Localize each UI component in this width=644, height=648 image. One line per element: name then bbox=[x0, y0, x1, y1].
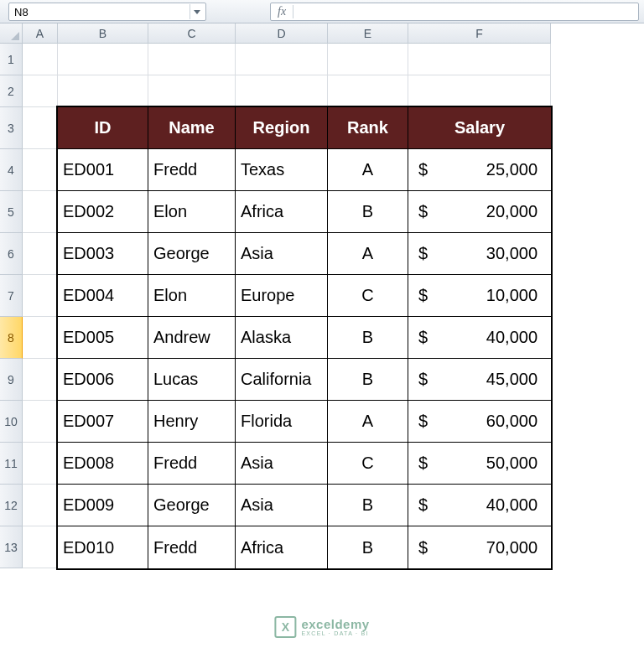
column-header[interactable]: D bbox=[236, 23, 328, 44]
cell[interactable] bbox=[23, 44, 58, 75]
cell-region[interactable]: Europe bbox=[236, 275, 328, 317]
column-header[interactable]: E bbox=[328, 23, 408, 44]
cell-id[interactable]: ED003 bbox=[58, 233, 148, 275]
cell-region[interactable]: Florida bbox=[236, 401, 328, 443]
cell-salary[interactable]: $25,000 bbox=[408, 149, 551, 191]
cell[interactable] bbox=[23, 526, 58, 568]
cell[interactable] bbox=[408, 44, 551, 75]
cell-rank[interactable]: B bbox=[328, 485, 408, 526]
cell-id[interactable]: ED008 bbox=[58, 443, 148, 485]
cell-rank[interactable]: C bbox=[328, 443, 408, 485]
cell-id[interactable]: ED009 bbox=[58, 485, 148, 526]
row-header[interactable]: 4 bbox=[0, 149, 23, 191]
name-box-dropdown[interactable] bbox=[190, 4, 202, 19]
cell-rank[interactable]: B bbox=[328, 526, 408, 568]
column-header[interactable]: A bbox=[23, 23, 58, 44]
select-all-corner[interactable] bbox=[0, 23, 23, 44]
cell[interactable] bbox=[23, 485, 58, 526]
column-header[interactable]: B bbox=[58, 23, 148, 44]
row-header[interactable]: 5 bbox=[0, 191, 23, 233]
cell-name[interactable]: George bbox=[148, 485, 236, 526]
row-header[interactable]: 10 bbox=[0, 401, 23, 443]
cell[interactable] bbox=[148, 44, 236, 75]
cell-rank[interactable]: A bbox=[328, 233, 408, 275]
row-header[interactable]: 6 bbox=[0, 233, 23, 275]
cell-id[interactable]: ED007 bbox=[58, 401, 148, 443]
cell[interactable] bbox=[23, 317, 58, 359]
cell-id[interactable]: ED006 bbox=[58, 359, 148, 401]
column-header[interactable]: C bbox=[148, 23, 236, 44]
row-header[interactable]: 8 bbox=[0, 317, 23, 359]
row-header[interactable]: 1 bbox=[0, 44, 23, 75]
cell-region[interactable]: Africa bbox=[236, 526, 328, 568]
cell[interactable] bbox=[23, 233, 58, 275]
cell-rank[interactable]: C bbox=[328, 275, 408, 317]
row-header[interactable]: 13 bbox=[0, 526, 23, 568]
cell[interactable] bbox=[58, 44, 148, 75]
cell[interactable] bbox=[236, 75, 328, 107]
cell[interactable] bbox=[23, 359, 58, 401]
cell-rank[interactable]: B bbox=[328, 191, 408, 233]
cell-region[interactable]: Texas bbox=[236, 149, 328, 191]
cell-salary[interactable]: $45,000 bbox=[408, 359, 551, 401]
cell[interactable] bbox=[23, 191, 58, 233]
cell-rank[interactable]: B bbox=[328, 359, 408, 401]
cell-salary[interactable]: $30,000 bbox=[408, 233, 551, 275]
cell-salary[interactable]: $20,000 bbox=[408, 191, 551, 233]
cell-name[interactable]: Andrew bbox=[148, 317, 236, 359]
cell-rank[interactable]: A bbox=[328, 149, 408, 191]
row-header[interactable]: 9 bbox=[0, 359, 23, 401]
cell-name[interactable]: George bbox=[148, 233, 236, 275]
cell-region[interactable]: Asia bbox=[236, 485, 328, 526]
cell-region[interactable]: Africa bbox=[236, 191, 328, 233]
cell-salary[interactable]: $50,000 bbox=[408, 443, 551, 485]
name-box-input[interactable] bbox=[14, 6, 190, 18]
cell[interactable] bbox=[328, 44, 408, 75]
table-header-cell[interactable]: Region bbox=[236, 107, 328, 149]
cell-id[interactable]: ED004 bbox=[58, 275, 148, 317]
cell[interactable] bbox=[23, 275, 58, 317]
name-box[interactable] bbox=[8, 3, 206, 21]
cell-name[interactable]: Elon bbox=[148, 275, 236, 317]
cell-name[interactable]: Fredd bbox=[148, 526, 236, 568]
cell[interactable] bbox=[23, 149, 58, 191]
cell-salary[interactable]: $10,000 bbox=[408, 275, 551, 317]
cell-id[interactable]: ED001 bbox=[58, 149, 148, 191]
cell-salary[interactable]: $40,000 bbox=[408, 485, 551, 526]
cell-rank[interactable]: B bbox=[328, 317, 408, 359]
cell-salary[interactable]: $70,000 bbox=[408, 526, 551, 568]
row-header[interactable]: 7 bbox=[0, 275, 23, 317]
cell-id[interactable]: ED002 bbox=[58, 191, 148, 233]
table-header-cell[interactable]: Salary bbox=[408, 107, 551, 149]
cell[interactable] bbox=[23, 107, 58, 149]
cell-region[interactable]: California bbox=[236, 359, 328, 401]
cell[interactable] bbox=[236, 44, 328, 75]
row-header[interactable]: 12 bbox=[0, 485, 23, 526]
cell[interactable] bbox=[408, 75, 551, 107]
cell-region[interactable]: Asia bbox=[236, 443, 328, 485]
cell[interactable] bbox=[23, 75, 58, 107]
cell-name[interactable]: Henry bbox=[148, 401, 236, 443]
cell-rank[interactable]: A bbox=[328, 401, 408, 443]
column-header[interactable]: F bbox=[408, 23, 551, 44]
cell[interactable] bbox=[148, 75, 236, 107]
cell[interactable] bbox=[23, 401, 58, 443]
cell-id[interactable]: ED010 bbox=[58, 526, 148, 568]
row-header[interactable]: 3 bbox=[0, 107, 23, 149]
row-header[interactable]: 11 bbox=[0, 443, 23, 485]
cell-name[interactable]: Elon bbox=[148, 191, 236, 233]
cell[interactable] bbox=[328, 75, 408, 107]
cell-region[interactable]: Asia bbox=[236, 233, 328, 275]
row-header[interactable]: 2 bbox=[0, 75, 23, 107]
cell-salary[interactable]: $60,000 bbox=[408, 401, 551, 443]
cell-name[interactable]: Lucas bbox=[148, 359, 236, 401]
cell-name[interactable]: Fredd bbox=[148, 149, 236, 191]
table-header-cell[interactable]: ID bbox=[58, 107, 148, 149]
formula-input[interactable] bbox=[293, 6, 635, 18]
cell-region[interactable]: Alaska bbox=[236, 317, 328, 359]
cell-salary[interactable]: $40,000 bbox=[408, 317, 551, 359]
cell[interactable] bbox=[58, 75, 148, 107]
table-header-cell[interactable]: Rank bbox=[328, 107, 408, 149]
cell[interactable] bbox=[23, 443, 58, 485]
cell-name[interactable]: Fredd bbox=[148, 443, 236, 485]
